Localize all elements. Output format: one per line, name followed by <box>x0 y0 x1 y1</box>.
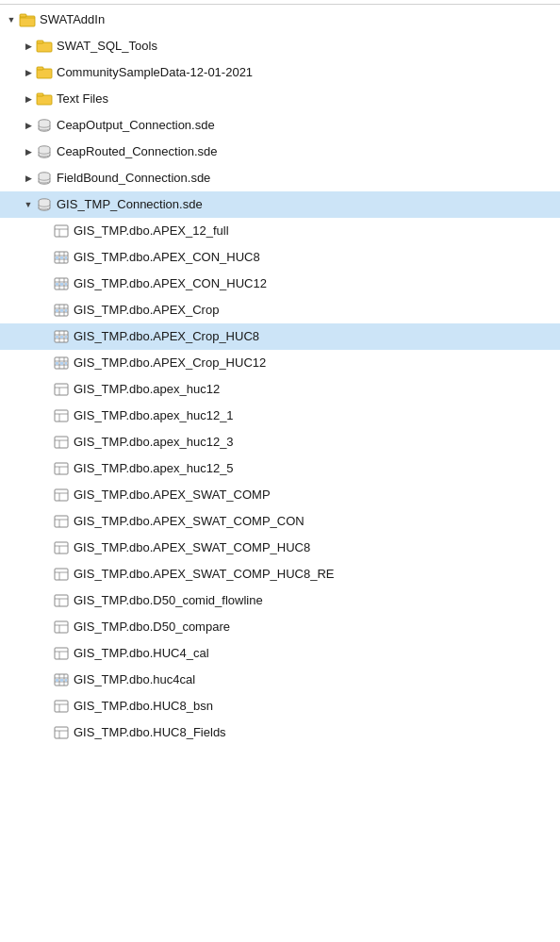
item-label-apex-huc12-1: GIS_TMP.dbo.apex_huc12_1 <box>74 403 556 429</box>
tree-item-apex-swat-comp-huc8[interactable]: GIS_TMP.dbo.APEX_SWAT_COMP_HUC8 <box>0 535 560 561</box>
database-icon <box>36 117 53 134</box>
table-empty-icon <box>53 539 70 556</box>
expander-community-sample[interactable] <box>21 65 36 80</box>
item-label-apex-huc12: GIS_TMP.dbo.apex_huc12 <box>74 376 556 403</box>
tree-item-apex-huc12[interactable]: GIS_TMP.dbo.apex_huc12 <box>0 376 560 403</box>
svg-rect-67 <box>55 489 68 501</box>
table-empty-icon <box>53 487 70 504</box>
database-icon <box>36 170 53 187</box>
item-label-ceaprouted: CeapRouted_Connection.sde <box>57 139 556 165</box>
svg-rect-36 <box>56 309 58 312</box>
tree-item-apex-huc12-3[interactable]: GIS_TMP.dbo.apex_huc12_3 <box>0 429 560 455</box>
svg-rect-28 <box>56 283 58 286</box>
svg-rect-79 <box>55 595 68 606</box>
svg-rect-85 <box>55 648 68 659</box>
tree-item-apex-crop-huc8[interactable]: GIS_TMP.dbo.APEX_Crop_HUC8 <box>0 323 560 350</box>
tree-item-apex-crop[interactable]: GIS_TMP.dbo.APEX_Crop <box>0 297 560 323</box>
folder-icon <box>36 38 53 55</box>
tree-item-huc8-bsn[interactable]: GIS_TMP.dbo.HUC8_bsn <box>0 693 560 719</box>
expander-gis-tmp-connection[interactable] <box>21 197 36 212</box>
tree-item-apex-huc12-1[interactable]: GIS_TMP.dbo.apex_huc12_1 <box>0 403 560 429</box>
item-label-fieldbound: FieldBound_Connection.sde <box>57 165 556 191</box>
svg-rect-12 <box>55 225 68 237</box>
tree-item-community-sample[interactable]: CommunitySampleData-12-01-2021 <box>0 59 560 86</box>
table-empty-icon <box>53 724 70 741</box>
svg-rect-93 <box>56 679 58 682</box>
expander-text-files[interactable] <box>21 91 36 107</box>
tree-item-swataddin[interactable]: SWATAddIn <box>0 7 560 33</box>
tree-item-apex-crop-huc12[interactable]: GIS_TMP.dbo.APEX_Crop_HUC12 <box>0 350 560 376</box>
tree-item-apex-swat-comp-con[interactable]: GIS_TMP.dbo.APEX_SWAT_COMP_CON <box>0 508 560 535</box>
item-label-huc4-cal: GIS_TMP.dbo.HUC4_cal <box>74 640 556 667</box>
table-empty-icon <box>53 645 70 662</box>
item-label-apex-swat-comp-con: GIS_TMP.dbo.APEX_SWAT_COMP_CON <box>74 508 556 535</box>
svg-rect-6 <box>37 95 52 105</box>
table-empty-icon <box>53 381 70 398</box>
tree-container: SWATAddIn SWAT_SQL_Tools CommunitySample… <box>0 0 560 746</box>
svg-rect-2 <box>37 42 52 52</box>
table-empty-icon <box>53 619 70 636</box>
tree-item-apex-con-huc12[interactable]: GIS_TMP.dbo.APEX_CON_HUC12 <box>0 271 560 297</box>
table-grid-icon <box>53 275 70 292</box>
tree-item-swat-sql-tools[interactable]: SWAT_SQL_Tools <box>0 33 560 59</box>
svg-rect-99 <box>55 727 68 738</box>
tree-list: SWATAddIn SWAT_SQL_Tools CommunitySample… <box>0 7 560 746</box>
item-label-community-sample: CommunitySampleData-12-01-2021 <box>57 59 556 86</box>
expander-ceaprouted[interactable] <box>21 144 36 159</box>
item-label-apex-swat-comp: GIS_TMP.dbo.APEX_SWAT_COMP <box>74 482 556 508</box>
tree-item-huc4-cal[interactable]: GIS_TMP.dbo.HUC4_cal <box>0 640 560 667</box>
expander-fieldbound[interactable] <box>21 171 36 186</box>
item-label-huc8-fields: GIS_TMP.dbo.HUC8_Fields <box>74 719 556 746</box>
tree-item-huc4cal[interactable]: GIS_TMP.dbo.huc4cal <box>0 667 560 693</box>
svg-rect-73 <box>55 542 68 554</box>
tree-item-apex-huc12-5[interactable]: GIS_TMP.dbo.apex_huc12_5 <box>0 455 560 482</box>
svg-rect-61 <box>55 437 68 448</box>
table-empty-icon <box>53 566 70 583</box>
database-icon <box>36 143 53 160</box>
svg-rect-52 <box>56 362 58 365</box>
folder-open-icon <box>19 11 36 28</box>
item-label-gis-tmp-connection: GIS_TMP_Connection.sde <box>57 191 556 218</box>
tree-item-apex-con-huc8[interactable]: GIS_TMP.dbo.APEX_CON_HUC8 <box>0 244 560 271</box>
svg-rect-0 <box>20 16 35 26</box>
tree-item-ceaprouted[interactable]: CeapRouted_Connection.sde <box>0 139 560 165</box>
svg-rect-20 <box>56 256 58 259</box>
svg-rect-64 <box>55 463 68 474</box>
svg-rect-38 <box>65 309 67 312</box>
table-grid-icon <box>53 355 70 372</box>
item-label-apex-crop-huc8: GIS_TMP.dbo.APEX_Crop_HUC8 <box>74 323 556 350</box>
table-grid-icon <box>53 302 70 319</box>
tree-item-fieldbound[interactable]: FieldBound_Connection.sde <box>0 165 560 191</box>
tree-item-apex-swat-comp-huc8-re[interactable]: GIS_TMP.dbo.APEX_SWAT_COMP_HUC8_RE <box>0 561 560 587</box>
table-grid-icon <box>53 671 70 688</box>
tree-item-text-files[interactable]: Text Files <box>0 86 560 112</box>
separator <box>0 4 560 5</box>
svg-rect-76 <box>55 569 68 580</box>
svg-rect-21 <box>60 256 63 259</box>
svg-rect-3 <box>37 41 43 43</box>
svg-rect-46 <box>65 336 67 339</box>
item-label-text-files: Text Files <box>57 86 556 112</box>
tree-item-gis-tmp-connection[interactable]: GIS_TMP_Connection.sde <box>0 191 560 218</box>
item-label-huc8-bsn: GIS_TMP.dbo.HUC8_bsn <box>74 693 556 719</box>
item-label-apex-swat-comp-huc8: GIS_TMP.dbo.APEX_SWAT_COMP_HUC8 <box>74 535 556 561</box>
expander-ceapoutput[interactable] <box>21 118 36 133</box>
tree-item-apex-swat-comp[interactable]: GIS_TMP.dbo.APEX_SWAT_COMP <box>0 482 560 508</box>
table-grid-icon <box>53 328 70 345</box>
tree-item-apex12full[interactable]: GIS_TMP.dbo.APEX_12_full <box>0 218 560 244</box>
svg-rect-95 <box>65 679 67 682</box>
table-empty-icon <box>53 407 70 424</box>
tree-item-d50-comid-flowline[interactable]: GIS_TMP.dbo.D50_comid_flowline <box>0 587 560 614</box>
expander-swataddin[interactable] <box>4 12 19 27</box>
item-label-apex-huc12-5: GIS_TMP.dbo.apex_huc12_5 <box>74 455 556 482</box>
tree-item-huc8-fields[interactable]: GIS_TMP.dbo.HUC8_Fields <box>0 719 560 746</box>
svg-rect-94 <box>60 679 63 682</box>
item-label-apex-swat-comp-huc8-re: GIS_TMP.dbo.APEX_SWAT_COMP_HUC8_RE <box>74 561 556 587</box>
tree-item-ceapoutput[interactable]: CeapOutput_Connection.sde <box>0 112 560 139</box>
expander-swat-sql-tools[interactable] <box>21 39 36 54</box>
folder-icon <box>36 64 53 81</box>
item-label-apex-con-huc12: GIS_TMP.dbo.APEX_CON_HUC12 <box>74 271 556 297</box>
tree-item-d50-compare[interactable]: GIS_TMP.dbo.D50_compare <box>0 614 560 640</box>
table-grid-icon <box>53 249 70 266</box>
svg-rect-96 <box>55 701 68 712</box>
